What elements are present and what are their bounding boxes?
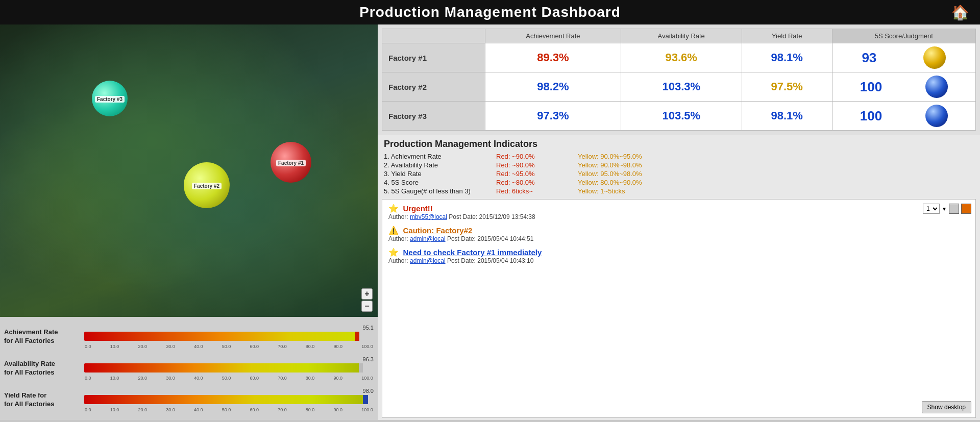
indicator-availability: 2. Availability Rate Red: ~90.0% Yellow:…	[384, 161, 974, 169]
factory-2-yield: 97.5%	[742, 72, 832, 102]
notice-3-author[interactable]: admin@local	[410, 257, 446, 264]
table-row: Factory #3 97.3% 103.5% 98.1% 100	[382, 102, 976, 131]
list-view-icon[interactable]	[949, 204, 959, 214]
achievement-chart-row: Achievment Ratefor All Factories 95.1 0.…	[0, 322, 378, 352]
indicator-3-name: 3. Yield Rate	[384, 170, 496, 178]
indicator-yield: 3. Yield Rate Red: ~95.0% Yellow: 95.0%~…	[384, 170, 974, 178]
factory-1-ball	[923, 46, 946, 69]
grid-view-icon[interactable]	[961, 204, 971, 214]
col-achievement: Achievement Rate	[485, 29, 621, 43]
factory-2-name-cell: Factory #2	[382, 72, 485, 102]
notice-2-meta: Author: admin@local Post Date: 2015/05/0…	[388, 235, 969, 242]
factory-table: Achievement Rate Availability Rate Yield…	[382, 29, 976, 131]
table-row: Factory #2 98.2% 103.3% 97.5% 100	[382, 72, 976, 102]
factory-2-availability: 103.3%	[621, 72, 742, 102]
zoom-controls: + −	[361, 288, 373, 312]
factory-1-achievement: 89.3%	[485, 43, 621, 72]
factory-2-ball	[925, 76, 948, 98]
col-availability: Availability Rate	[621, 29, 742, 43]
notice-check: ⭐ Need to check Factory #1 immediately A…	[388, 247, 969, 264]
left-panel: Factory #1 Factory #2 Factory #3 + − Ach…	[0, 24, 378, 420]
factory-3-label: Factory #3	[95, 96, 125, 103]
factory-3-availability: 103.5%	[621, 102, 742, 131]
data-table-section: Achievement Rate Availability Rate Yield…	[378, 24, 980, 135]
indicator-5s-score: 4. 5S Score Red: ~80.0% Yellow: 80.0%~90…	[384, 179, 974, 186]
yield-chart-label: Yield Rate forfor All Factories	[0, 391, 84, 409]
factory-3-bubble[interactable]: Factory #3	[92, 81, 128, 116]
page-header: Production Management Dashboard 🏠	[0, 0, 980, 24]
chevron-down-icon: ▼	[942, 206, 947, 212]
warning-icon: ⚠️	[388, 226, 399, 235]
notice-caution: ⚠️ Caution: Factory#2 Author: admin@loca…	[388, 226, 969, 242]
pagination-bar: 1 ▼	[923, 204, 971, 214]
home-icon[interactable]: 🏠	[951, 4, 970, 21]
notice-3-title[interactable]: Need to check Factory #1 immediately	[403, 248, 542, 257]
notice-1-meta: Author: mbv55@local Post Date: 2015/12/0…	[388, 213, 969, 220]
indicators-section: Production Management Indicators 1. Achi…	[378, 135, 980, 197]
availability-bar	[84, 363, 363, 373]
achievement-bar	[84, 332, 359, 341]
factory-2-5s: 100	[832, 72, 976, 102]
factory-3-achievement: 97.3%	[485, 102, 621, 131]
notices-panel: 1 ▼ ⭐ Urgent!! Author: mbv55@local Post …	[382, 199, 976, 418]
achievement-chart-container: 95.1 0.010.020.030.040.050.060.070.080.0…	[84, 322, 378, 351]
indicator-5-name: 5. 5S Gauge(# of less than 3)	[384, 187, 496, 195]
page-title: Production Management Dashboard	[359, 4, 621, 20]
main-content: Factory #1 Factory #2 Factory #3 + − Ach…	[0, 24, 980, 420]
star-icon-2: ⭐	[388, 248, 399, 257]
achievement-chart-label: Achievment Ratefor All Factories	[0, 328, 84, 345]
indicator-5-red: Red: 6ticks~	[496, 187, 578, 195]
factory-1-bubble[interactable]: Factory #1	[271, 142, 311, 183]
factory-1-yield: 98.1%	[742, 43, 832, 72]
notice-urgent: ⭐ Urgent!! Author: mbv55@local Post Date…	[388, 204, 969, 220]
indicator-1-red: Red: ~90.0%	[496, 153, 578, 160]
notice-2-author[interactable]: admin@local	[410, 235, 446, 242]
zoom-out-button[interactable]: −	[361, 301, 373, 312]
factory-1-availability: 93.6%	[621, 43, 742, 72]
notice-1-author[interactable]: mbv55@local	[410, 213, 447, 220]
col-factory	[382, 29, 485, 43]
indicator-2-name: 2. Availability Rate	[384, 161, 496, 169]
factory-1-name-cell: Factory #1	[382, 43, 485, 72]
factory-2-bubble[interactable]: Factory #2	[184, 162, 230, 208]
factory-1-5s: 93	[832, 43, 976, 72]
yield-chart-value: 98.0	[84, 388, 374, 394]
indicator-2-yellow: Yellow: 90.0%~98.0%	[578, 161, 642, 169]
availability-chart-container: 96.3 0.010.020.030.040.050.060.070.080.0…	[84, 354, 378, 383]
indicator-3-yellow: Yellow: 95.0%~98.0%	[578, 170, 642, 178]
star-icon-1: ⭐	[388, 204, 399, 213]
indicators-title: Production Management Indicators	[384, 139, 974, 150]
indicator-4-name: 4. 5S Score	[384, 179, 496, 186]
indicator-achievement: 1. Achievment Rate Red: ~90.0% Yellow: 9…	[384, 153, 974, 160]
indicators-list: 1. Achievment Rate Red: ~90.0% Yellow: 9…	[384, 153, 974, 195]
zoom-in-button[interactable]: +	[361, 288, 373, 300]
show-desktop-button[interactable]: Show desktop	[922, 401, 971, 413]
yield-chart-container: 98.0 0.010.020.030.040.050.060.070.080.0…	[84, 386, 378, 414]
factory-3-yield: 98.1%	[742, 102, 832, 131]
yield-axis: 0.010.020.030.040.050.060.070.080.090.01…	[84, 407, 374, 412]
indicator-5-yellow: Yellow: 1~5ticks	[578, 187, 625, 195]
yield-chart-row: Yield Rate forfor All Factories 98.0 0.0…	[0, 385, 378, 415]
yield-bar	[84, 395, 368, 404]
map-area: Factory #1 Factory #2 Factory #3 + −	[0, 24, 378, 317]
notice-1-title[interactable]: Urgent!!	[403, 204, 432, 213]
factory-3-name-cell: Factory #3	[382, 102, 485, 131]
page-select[interactable]: 1	[923, 204, 940, 214]
factory-3-5s: 100	[832, 102, 976, 131]
table-row: Factory #1 89.3% 93.6% 98.1% 93	[382, 43, 976, 72]
indicator-2-red: Red: ~90.0%	[496, 161, 578, 169]
factory-1-label: Factory #1	[276, 160, 306, 166]
col-5s: 5S Score/Judgment	[832, 29, 976, 43]
right-panel: Achievement Rate Availability Rate Yield…	[378, 24, 980, 420]
factory-3-ball	[925, 105, 948, 127]
availability-chart-row: Availability Ratefor All Factories 96.3 …	[0, 354, 378, 383]
notice-2-title[interactable]: Caution: Factory#2	[403, 226, 472, 235]
indicator-1-yellow: Yellow: 90.0%~95.0%	[578, 153, 642, 160]
availability-axis: 0.010.020.030.040.050.060.070.080.090.01…	[84, 376, 374, 381]
availability-chart-label: Availability Ratefor All Factories	[0, 360, 84, 377]
factory-2-achievement: 98.2%	[485, 72, 621, 102]
factory-2-label: Factory #2	[192, 183, 222, 189]
indicator-4-yellow: Yellow: 80.0%~90.0%	[578, 179, 642, 186]
notice-3-meta: Author: admin@local Post Date: 2015/05/0…	[388, 257, 969, 264]
indicator-1-name: 1. Achievment Rate	[384, 153, 496, 160]
